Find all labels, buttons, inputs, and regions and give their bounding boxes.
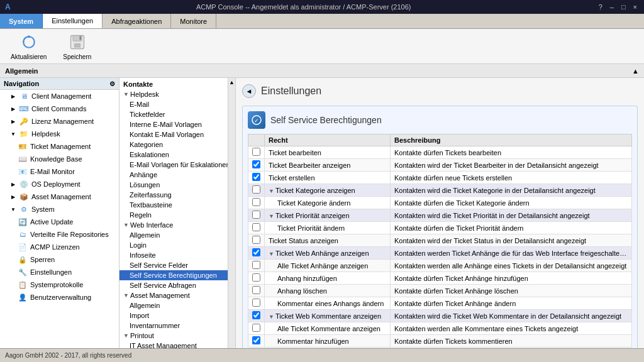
expand-icon: ▶ bbox=[10, 106, 16, 112]
titlebar: A ACMP Console -- Angemeldet als adminis… bbox=[0, 0, 644, 14]
collapse-icon[interactable]: ▲ bbox=[632, 67, 639, 75]
permission-label: ▼Ticket Kategorie anzeigen bbox=[265, 184, 391, 197]
permission-checkbox[interactable] bbox=[252, 324, 260, 332]
tree-item-asset-allgemein[interactable]: Allgemein bbox=[119, 300, 228, 310]
nav-options-icon[interactable]: ⚙ bbox=[109, 80, 115, 87]
nav-item-os-deployment[interactable]: ▶ 💿 OS Deployment bbox=[0, 178, 119, 190]
nav-item-einstellungen[interactable]: 🔧 Einstellungen bbox=[0, 266, 119, 278]
tab-abfrageaktionen[interactable]: Abfrageaktionen bbox=[103, 14, 171, 28]
table-row: Kommentar hinzufügenKontakte dürfen Tick… bbox=[248, 335, 632, 348]
tree-item-ss-felder[interactable]: Self Service Felder bbox=[119, 260, 228, 270]
tree-item-ss-abfragen[interactable]: Self Service Abfragen bbox=[119, 280, 228, 290]
permission-checkbox[interactable] bbox=[252, 236, 260, 244]
permission-checkbox[interactable] bbox=[252, 211, 260, 219]
table-row: Alle Ticket Anhänge anzeigenKontakten we… bbox=[248, 260, 632, 272]
tree-item-kontakt-email[interactable]: Kontakt E-Mail Vorlagen bbox=[119, 129, 228, 140]
permission-label: ▼Ticket Web Anhänge anzeigen bbox=[265, 247, 391, 260]
cmd-icon: ⌨ bbox=[19, 104, 29, 114]
permission-description: Kontakte dürfen Ticket Anhänge löschen bbox=[391, 285, 632, 297]
nav-item-client-commands[interactable]: ▶ ⌨ Client Commands bbox=[0, 102, 119, 115]
tree-group-web-interface[interactable]: ▼ Web Interface bbox=[119, 220, 228, 230]
tab-system[interactable]: System bbox=[0, 14, 43, 28]
tree-item-loesungen[interactable]: Lösungen bbox=[119, 180, 228, 190]
nav-item-asset-management[interactable]: ▶ 📦 Asset Management bbox=[0, 190, 119, 203]
permission-checkbox[interactable] bbox=[252, 198, 260, 206]
permission-checkbox[interactable] bbox=[252, 299, 260, 307]
nav-item-verteilte[interactable]: 🗂 Verteilte File Repositories bbox=[0, 228, 119, 241]
nav-item-knowledge-base[interactable]: 📖 Knowledge Base bbox=[0, 153, 119, 165]
table-row: Ticket Priorität ändernKontakte dürfen d… bbox=[248, 222, 632, 234]
expand-icon: ▼ bbox=[269, 314, 274, 320]
scrollbar-up[interactable]: ▲ bbox=[229, 79, 235, 85]
tab-einstellungen[interactable]: Einstellungen bbox=[43, 14, 103, 28]
help-btn[interactable]: ? bbox=[597, 3, 604, 11]
tree-item-email-vorlagen[interactable]: E-Mail Vorlagen für Eskalationen bbox=[119, 160, 228, 170]
minimize-btn[interactable]: – bbox=[608, 3, 616, 11]
tree-item-inventarnummer[interactable]: Inventarnummer bbox=[119, 321, 228, 331]
tree-item-it-asset[interactable]: IT Asset Management bbox=[119, 341, 228, 348]
close-btn[interactable]: × bbox=[631, 3, 639, 11]
nav-item-ticket-management[interactable]: 🎫 Ticket Management bbox=[0, 140, 119, 153]
tree-group-printout[interactable]: ▼ Printout bbox=[119, 331, 228, 341]
maximize-btn[interactable]: □ bbox=[619, 3, 628, 11]
tree-item-zeiterfassung[interactable]: Zeiterfassung bbox=[119, 190, 228, 200]
permission-checkbox[interactable] bbox=[252, 336, 260, 344]
permission-checkbox[interactable] bbox=[252, 173, 260, 181]
tree-label: Allgemein bbox=[130, 302, 160, 309]
tree-item-login[interactable]: Login bbox=[119, 240, 228, 250]
nav-item-lizenz[interactable]: ▶ 🔑 Lizenz Management bbox=[0, 115, 119, 128]
key-icon: 🔑 bbox=[19, 116, 29, 126]
tree-item-kategorien[interactable]: Kategorien bbox=[119, 140, 228, 150]
nav-item-email-monitor[interactable]: 📧 E-Mail Monitor bbox=[0, 165, 119, 178]
nav-item-benutzerverwaltung[interactable]: 👤 Benutzerverwaltung bbox=[0, 291, 119, 304]
window-controls: ? – □ × bbox=[597, 3, 639, 11]
permission-checkbox[interactable] bbox=[252, 223, 260, 231]
tree-item-allgemein[interactable]: Allgemein bbox=[119, 230, 228, 240]
tree-item-anhaenge[interactable]: Anhänge bbox=[119, 170, 228, 180]
permission-checkbox[interactable] bbox=[252, 148, 260, 156]
tree-label: Ticketfelder bbox=[130, 111, 165, 118]
nav-item-acmp-lizenzen[interactable]: 📄 ACMP Lizenzen bbox=[0, 241, 119, 253]
tree-item-textbausteine[interactable]: Textbausteine bbox=[119, 200, 228, 210]
back-button[interactable]: ◄ bbox=[242, 84, 256, 98]
permission-checkbox[interactable] bbox=[252, 248, 260, 256]
table-row: Ticket erstellenKontakte dürfen neue Tic… bbox=[248, 172, 632, 184]
aktualisieren-button[interactable]: Aktualisieren bbox=[5, 29, 52, 63]
tree-group-asset-management[interactable]: ▼ Asset Management bbox=[119, 290, 228, 300]
nav-label: Knowledge Base bbox=[30, 155, 82, 163]
tab-monitore[interactable]: Monitore bbox=[171, 14, 216, 28]
nav-item-systemprotokolle[interactable]: 📋 Systemprotokolle bbox=[0, 278, 119, 291]
tabbar: System Einstellungen Abfrageaktionen Mon… bbox=[0, 14, 644, 29]
permission-checkbox[interactable] bbox=[252, 185, 260, 194]
permission-checkbox[interactable] bbox=[252, 311, 260, 319]
nav-label: Client Management bbox=[31, 92, 91, 100]
tree-item-ticketfelder[interactable]: Ticketfelder bbox=[119, 109, 228, 119]
expand-icon: ▼ bbox=[123, 332, 128, 339]
nav-item-active-update[interactable]: 🔄 Active Update bbox=[0, 216, 119, 228]
tree-item-eskalationen[interactable]: Eskalationen bbox=[119, 150, 228, 160]
svg-text:✓: ✓ bbox=[254, 118, 259, 124]
tree-item-import[interactable]: Import bbox=[119, 310, 228, 321]
tree-label: Eskalationen bbox=[130, 151, 169, 158]
tree-group-helpdesk[interactable]: ▼ Helpdesk bbox=[119, 89, 228, 99]
tree-item-ss-berechtigungen[interactable]: Self Service Berechtigungen bbox=[119, 270, 228, 280]
permission-checkbox[interactable] bbox=[252, 286, 260, 294]
nav-item-client-management[interactable]: ▶ 🖥 Client Management bbox=[0, 90, 119, 102]
tree-item-email[interactable]: E-Mail bbox=[119, 99, 228, 109]
col-recht-header[interactable]: Recht bbox=[265, 134, 391, 146]
speichern-button[interactable]: Speichern bbox=[57, 29, 97, 63]
tree-item-infoseite[interactable]: Infoseite bbox=[119, 250, 228, 260]
permission-label: Ticket Kategorie ändern bbox=[265, 197, 391, 209]
tree-item-interne-email[interactable]: Interne E-Mail Vorlagen bbox=[119, 119, 228, 129]
nav-item-helpdesk[interactable]: ▼ 📁 Helpdesk bbox=[0, 128, 119, 140]
nav-item-sperren[interactable]: 🔒 Sperren bbox=[0, 253, 119, 266]
main-area: Navigation ⚙ ▶ 🖥 Client Management ▶ ⌨ C… bbox=[0, 78, 644, 348]
toolbar: Aktualisieren Speichern bbox=[0, 29, 644, 64]
nav-item-system[interactable]: ▼ ⚙ System bbox=[0, 203, 119, 216]
permission-checkbox[interactable] bbox=[252, 273, 260, 282]
permission-checkbox[interactable] bbox=[252, 261, 260, 269]
system-icon: ⚙ bbox=[19, 204, 29, 214]
permission-checkbox[interactable] bbox=[252, 160, 260, 168]
asset-icon: 📦 bbox=[19, 192, 29, 202]
tree-item-regeln[interactable]: Regeln bbox=[119, 210, 228, 220]
